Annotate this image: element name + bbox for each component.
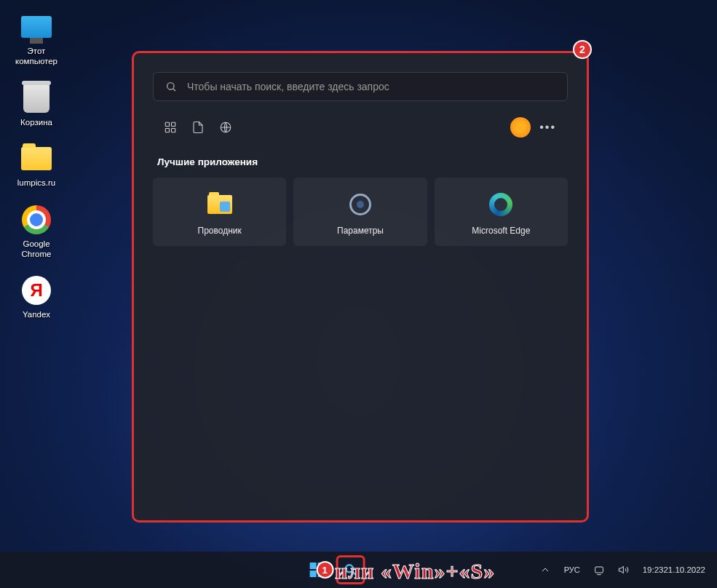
section-title: Лучшие приложения — [157, 156, 563, 167]
search-panel: ••• Лучшие приложения Проводник Параметр… — [132, 51, 589, 523]
tray-volume[interactable] — [615, 561, 633, 579]
tray-time: 19:23 — [643, 565, 664, 576]
filter-apps[interactable] — [157, 116, 183, 139]
yandex-icon: Я — [20, 274, 53, 307]
tray-clock[interactable]: 19:23 21.10.2022 — [640, 562, 708, 579]
tray-language[interactable]: РУС — [561, 563, 583, 577]
svg-rect-9 — [595, 567, 603, 573]
app-label: Проводник — [198, 226, 242, 236]
tray-network[interactable] — [590, 561, 608, 579]
svg-rect-5 — [172, 129, 175, 132]
search-box[interactable] — [153, 72, 568, 101]
more-button[interactable]: ••• — [532, 121, 563, 134]
svg-line-1 — [173, 89, 175, 91]
desktop-icon-label: lumpics.ru — [17, 178, 55, 188]
filter-documents[interactable] — [185, 116, 211, 139]
folder-icon — [20, 142, 53, 175]
edge-icon — [488, 192, 513, 217]
filter-web[interactable] — [213, 116, 239, 139]
user-avatar[interactable] — [510, 117, 531, 138]
network-icon — [593, 564, 605, 576]
top-apps-grid: Проводник Параметры Microsoft Edge — [153, 178, 568, 246]
volume-icon — [618, 564, 630, 576]
app-card-explorer[interactable]: Проводник — [153, 178, 286, 246]
globe-icon — [219, 121, 232, 134]
taskbar: 1 или «Win»+«S» РУС 19:23 21.10.2022 — [0, 552, 717, 588]
desktop-icon-yandex[interactable]: Я Yandex — [9, 271, 64, 322]
tray-date: 21.10.2022 — [663, 565, 705, 576]
settings-icon — [348, 192, 373, 217]
filter-row: ••• — [153, 116, 568, 139]
chevron-up-icon — [539, 564, 551, 576]
svg-point-0 — [167, 83, 174, 90]
svg-rect-4 — [165, 129, 169, 132]
tray-chevron[interactable] — [536, 561, 554, 579]
annotation-badge-1: 1 — [316, 561, 333, 579]
chrome-icon — [20, 203, 53, 237]
apps-icon — [164, 121, 177, 134]
app-card-settings[interactable]: Параметры — [293, 178, 427, 246]
system-tray: РУС 19:23 21.10.2022 — [536, 561, 708, 579]
document-icon — [191, 121, 205, 134]
svg-rect-2 — [165, 122, 169, 126]
svg-rect-3 — [172, 122, 175, 126]
search-input[interactable] — [187, 81, 555, 92]
desktop-icon-label: Корзина — [20, 117, 52, 127]
annotation-badge-2: 2 — [573, 40, 592, 59]
app-card-edge[interactable]: Microsoft Edge — [435, 178, 568, 246]
desktop-icon-this-pc[interactable]: Этот компьютер — [9, 7, 64, 70]
desktop-icon-recycle-bin[interactable]: Корзина — [9, 79, 64, 130]
desktop-icon-label: Этот компьютер — [9, 46, 63, 67]
app-label: Microsoft Edge — [472, 226, 530, 236]
search-icon — [165, 81, 177, 92]
svg-marker-11 — [619, 566, 623, 573]
desktop-icon-chrome[interactable]: Google Chrome — [9, 200, 64, 263]
desktop-icon-label: Google Chrome — [9, 239, 63, 260]
desktop-icon-label: Yandex — [23, 309, 50, 319]
app-label: Параметры — [337, 226, 384, 236]
bin-icon — [20, 82, 53, 115]
desktop-icons-column: Этот компьютер Корзина lumpics.ru Google… — [9, 7, 64, 323]
desktop-icon-folder[interactable]: lumpics.ru — [9, 139, 64, 191]
monitor-icon — [20, 10, 53, 44]
annotation-hint-text: или «Win»+«S» — [335, 559, 495, 584]
explorer-icon — [207, 192, 232, 217]
